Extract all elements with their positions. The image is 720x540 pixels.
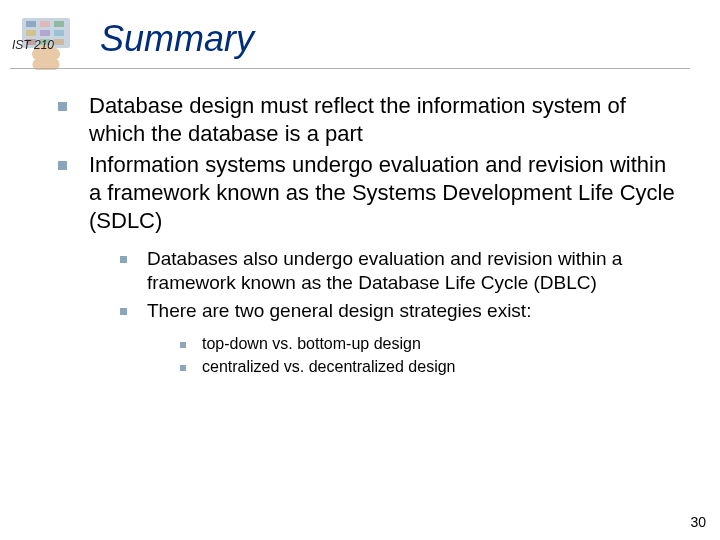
slide: IST 210 Summary Database design must ref… (0, 0, 720, 540)
svg-rect-4 (26, 30, 36, 36)
level3-group: top-down vs. bottom-up design centralize… (180, 334, 678, 379)
level2-group: Databases also undergo evaluation and re… (120, 247, 678, 379)
square-bullet-icon (180, 342, 186, 348)
bullet-text: top-down vs. bottom-up design (202, 334, 678, 355)
svg-rect-5 (40, 30, 50, 36)
bullet-level3: centralized vs. decentralized design (180, 357, 678, 378)
bullet-level3: top-down vs. bottom-up design (180, 334, 678, 355)
title-underline (10, 68, 690, 69)
svg-rect-3 (54, 21, 64, 27)
svg-rect-2 (40, 21, 50, 27)
bullet-text: There are two general design strategies … (147, 299, 678, 323)
bullet-level2: Databases also undergo evaluation and re… (120, 247, 678, 296)
bullet-level1: Information systems undergo evaluation a… (58, 151, 678, 234)
square-bullet-icon (58, 102, 67, 111)
svg-rect-6 (54, 30, 64, 36)
svg-rect-1 (26, 21, 36, 27)
svg-rect-9 (54, 39, 64, 45)
slide-title: Summary (100, 18, 254, 60)
square-bullet-icon (120, 308, 127, 315)
course-label: IST 210 (12, 38, 54, 52)
bullet-text: Information systems undergo evaluation a… (89, 151, 678, 234)
slide-body: Database design must reflect the informa… (58, 92, 678, 381)
bullet-text: Database design must reflect the informa… (89, 92, 678, 147)
square-bullet-icon (180, 365, 186, 371)
page-number: 30 (690, 514, 706, 530)
square-bullet-icon (120, 256, 127, 263)
bullet-text: centralized vs. decentralized design (202, 357, 678, 378)
bullet-text: Databases also undergo evaluation and re… (147, 247, 678, 296)
bullet-level1: Database design must reflect the informa… (58, 92, 678, 147)
course-logo: IST 210 (10, 16, 82, 76)
bullet-level2: There are two general design strategies … (120, 299, 678, 323)
square-bullet-icon (58, 161, 67, 170)
